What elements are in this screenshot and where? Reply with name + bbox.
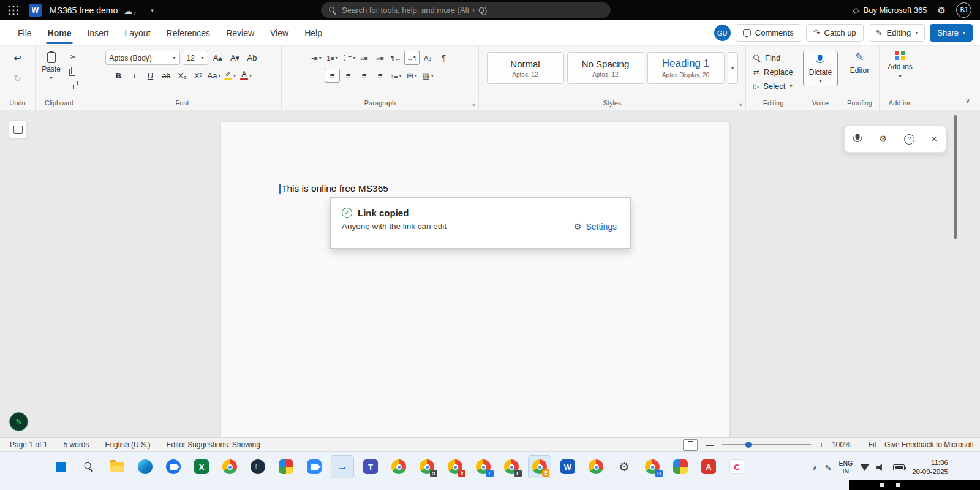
sort-button[interactable]: A↓ [420,51,435,65]
battery-icon[interactable] [893,464,905,470]
align-left-button[interactable]: ≡ [325,69,340,83]
buy-microsoft-365-button[interactable]: ◇ Buy Microsoft 365 [853,6,927,15]
feedback-link[interactable]: Give Feedback to Microsoft [884,440,974,449]
search-bar[interactable] [321,2,611,18]
document-page[interactable]: This is online free MS365 [221,121,730,437]
search-input[interactable] [342,6,603,15]
zoom-out-button[interactable]: — [706,440,714,450]
borders-button[interactable]: ⊞▾ [404,69,420,83]
shading-button[interactable]: ▨▾ [420,69,435,83]
font-color-button[interactable]: A ▾ [239,69,254,83]
dictate-mic-icon[interactable] [853,134,862,145]
editor-suggestions-status[interactable]: Editor Suggestions: Showing [166,440,260,449]
zoom-in-button[interactable]: + [819,440,824,450]
app-launcher-icon[interactable] [8,5,18,15]
tab-help[interactable]: Help [296,20,330,46]
change-case-button[interactable]: Aa ▾ [207,69,222,83]
settings-gear-icon[interactable]: ⚙ [938,5,946,16]
style-normal[interactable]: Normal Aptos, 12 [487,52,564,84]
styles-dialog-launcher-icon[interactable]: ↘ [737,101,742,107]
taskbar-item-zoom[interactable] [303,455,326,478]
bold-button[interactable]: B [111,69,126,83]
zoom-percent[interactable]: 100% [832,440,851,449]
taskbar-item-chrome-e[interactable]: E [500,455,523,478]
numbering-button[interactable]: 1≡▾ [325,51,340,65]
taskbar-item-file-explorer[interactable] [105,455,129,478]
taskbar-item-chrome-l[interactable]: L [472,455,495,478]
text-highlight-button[interactable]: ✐ ▾ [223,69,238,83]
multilevel-list-button[interactable]: ⋮≡▾ [341,51,356,65]
taskbar-item-word[interactable]: W [556,455,579,478]
dictate-button[interactable]: Dictate ▾ [803,51,838,86]
tab-references[interactable]: References [159,20,219,46]
close-icon[interactable]: × [931,133,937,145]
collaborator-avatar[interactable]: GU [714,24,731,41]
addins-button[interactable]: Add-ins ▾ [888,51,913,79]
tab-file[interactable]: File [10,20,40,46]
superscript-button[interactable]: X² [191,69,206,83]
strikethrough-button[interactable]: ab [159,69,174,83]
format-painter-button[interactable] [67,80,80,90]
vertical-scrollbar-thumb[interactable] [954,115,957,239]
line-spacing-button[interactable]: ↕≡▾ [388,69,404,83]
decrease-indent-button[interactable]: «≡ [356,51,372,65]
collapse-ribbon-icon[interactable]: ∨ [965,97,970,105]
taskbar-item-chrome-s[interactable]: S [415,455,439,478]
document-title[interactable]: MS365 free demo [50,6,118,15]
account-avatar[interactable]: BJ [956,2,971,18]
font-family-select[interactable]: Aptos (Body) ▾ [105,51,180,65]
copy-button[interactable] [67,66,80,76]
help-icon[interactable]: ? [904,134,914,145]
word-count-status[interactable]: 5 words [63,440,89,449]
underline-button[interactable]: U [143,69,158,83]
toast-settings-link[interactable]: ⚙ Settings [574,222,617,232]
increase-indent-button[interactable]: »≡ [372,51,388,65]
replace-button[interactable]: ⇄ Replace [753,65,793,79]
taskbar-item-chrome[interactable] [218,455,241,478]
tab-insert[interactable]: Insert [79,20,116,46]
find-button[interactable]: Find [753,51,780,65]
taskbar-item-chrome[interactable] [584,455,608,478]
taskbar-item-teams[interactable]: T [359,455,382,478]
editing-mode-button[interactable]: ✎ Editing ▾ [869,24,925,42]
comments-button[interactable]: Comments [736,24,801,42]
page-count-status[interactable]: Page 1 of 1 [10,440,47,449]
clear-formatting-button[interactable]: A̶b [245,51,260,65]
ltr-direction-button[interactable]: →¶ [404,51,420,65]
align-right-button[interactable]: ≡ [356,69,372,83]
wifi-icon[interactable] [860,464,869,471]
clock[interactable]: 11:06 20-09-2025 [912,458,948,477]
justify-button[interactable]: ≡ [372,69,388,83]
subscript-button[interactable]: X₂ [175,69,190,83]
styles-gallery-expand-button[interactable]: ▾ [728,52,738,84]
redo-button[interactable]: ↻ [10,71,26,86]
style-heading-1[interactable]: Heading 1 Aptos Display, 20 [647,52,725,84]
taskbar-item-search[interactable] [77,455,100,478]
navigation-pane-button[interactable] [9,120,27,138]
zoom-slider-thumb[interactable] [745,442,752,448]
taskbar-item-chrome-e-active[interactable]: E [528,455,551,478]
cut-button[interactable]: ✂ [67,52,80,62]
taskbar-item-chrome[interactable] [387,455,410,478]
taskbar-item-photos-2[interactable] [669,455,692,478]
tab-view[interactable]: View [262,20,296,46]
tray-expand-icon[interactable]: ∧ [812,464,817,472]
taskbar-item-excel[interactable]: X [190,455,213,478]
share-button[interactable]: Share ▾ [930,24,973,42]
taskbar-item-start[interactable] [49,455,72,478]
align-center-button[interactable]: ≡ [341,69,356,83]
language-status[interactable]: English (U.S.) [105,440,150,449]
font-size-select[interactable]: 12 ▾ [183,51,208,65]
volume-icon[interactable] [876,464,886,472]
taskbar-item-settings[interactable]: ⚙ [612,455,636,478]
taskbar-item-acrobat[interactable]: A [697,455,720,478]
catch-up-button[interactable]: ↷ Catch up [806,24,864,42]
language-indicator[interactable]: ENG IN [839,459,853,475]
rtl-direction-button[interactable]: ¶← [388,51,404,65]
select-button[interactable]: ▷ Select ▾ [753,79,792,93]
taskbar-item-screen-share[interactable]: → [331,455,354,478]
taskbar-item-clipchamp[interactable]: C [725,455,748,478]
show-formatting-marks-button[interactable]: ¶ [436,51,451,65]
tab-review[interactable]: Review [218,20,262,46]
taskbar-item-night-app[interactable]: ☾ [246,455,270,478]
